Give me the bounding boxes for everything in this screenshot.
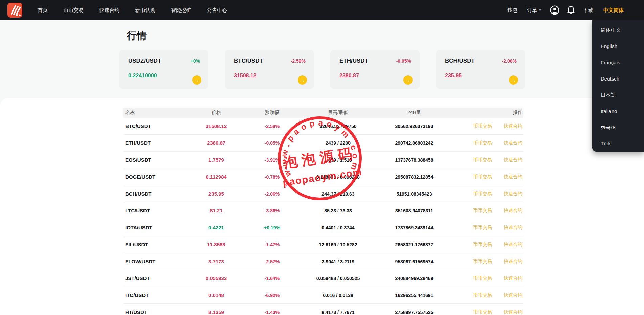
cell-volume: 16296255.441691 <box>374 293 455 298</box>
quick-contract-link[interactable]: 快速合约 <box>504 258 523 264</box>
quick-contract-link[interactable]: 快速合约 <box>504 208 523 213</box>
cell-pair-name: BCH/USDT <box>123 191 191 197</box>
nav-menu-item[interactable]: 智能挖矿 <box>163 0 199 20</box>
spot-trade-link[interactable]: 币币交易 <box>473 258 492 264</box>
cell-actions: 币币交易 快速合约 <box>455 191 523 197</box>
table-row[interactable]: ETH/USDT 2380.87 -0.05% 2439 / 2200 2907… <box>123 135 523 152</box>
notifications-bell-icon[interactable] <box>567 6 575 15</box>
chevron-down-icon[interactable] <box>538 9 542 11</box>
cell-high-low: 0.058488 / 0.050525 <box>303 276 374 281</box>
language-option[interactable]: Deutsch <box>592 71 644 87</box>
cell-volume: 958067.61569574 <box>374 259 455 264</box>
card-arrow-button[interactable]: → <box>192 75 201 85</box>
cell-price: 8.1359 <box>191 309 242 315</box>
spot-trade-link[interactable]: 币币交易 <box>473 275 492 281</box>
quick-contract-link[interactable]: 快速合约 <box>504 123 523 129</box>
cell-change: -2.06% <box>242 191 303 197</box>
quick-contract-link[interactable]: 快速合约 <box>504 225 523 230</box>
cell-change: -3.91% <box>242 157 303 163</box>
quick-contract-link[interactable]: 快速合约 <box>504 309 523 315</box>
cell-price: 235.95 <box>191 191 242 197</box>
cell-actions: 币币交易 快速合约 <box>455 275 523 282</box>
quick-contract-link[interactable]: 快速合约 <box>504 242 523 247</box>
spot-trade-link[interactable]: 币币交易 <box>473 225 492 230</box>
cell-high-low: 32646.55 / 29750 <box>303 123 374 129</box>
column-header: 价格 <box>191 110 242 116</box>
cell-pair-name: DOGE/USDT <box>123 174 191 180</box>
table-row[interactable]: LTC/USDT 81.21 -3.86% 85.23 / 73.33 3516… <box>123 202 523 219</box>
nav-menu-item[interactable]: 新币认购 <box>127 0 163 20</box>
table-row[interactable]: HT/USDT 8.1359 -1.43% 8.4173 / 7.7671 27… <box>123 304 523 315</box>
app-logo[interactable]: LA <box>7 3 22 18</box>
table-row[interactable]: FLOW/USDT 3.7173 -2.57% 3.9041 / 3.2119 … <box>123 253 523 270</box>
spot-trade-link[interactable]: 币币交易 <box>473 157 492 162</box>
language-option[interactable]: English <box>592 38 644 54</box>
language-option[interactable]: 한국어 <box>592 119 644 136</box>
download-link[interactable]: 下载 <box>583 7 593 14</box>
table-row[interactable]: BTC/USDT 31508.12 -2.59% 32646.55 / 2975… <box>123 118 523 135</box>
nav-menu-item[interactable]: 公告中心 <box>199 0 235 20</box>
table-row[interactable]: IOTA/USDT 0.4221 +0.19% 0.4401 / 0.3744 … <box>123 219 523 236</box>
table-row[interactable]: FIL/USDT 11.8588 -1.47% 12.6169 / 10.528… <box>123 236 523 253</box>
card-arrow-button[interactable]: → <box>403 75 413 85</box>
quick-contract-link[interactable]: 快速合约 <box>504 292 523 298</box>
cell-actions: 币币交易 快速合约 <box>455 292 523 298</box>
table-row[interactable]: DOGE/USDT 0.112984 -0.78% 0.118873 / 0.0… <box>123 168 523 185</box>
cell-change: -1.43% <box>242 310 303 315</box>
table-row[interactable]: ITC/USDT 0.0148 -6.92% 0.016 / 0.0138 16… <box>123 287 523 304</box>
column-header: 操作 <box>455 110 523 116</box>
cell-actions: 币币交易 快速合约 <box>455 157 523 163</box>
market-card[interactable]: ETH/USDT -0.05% 2380.87 → <box>330 50 420 89</box>
orders-link[interactable]: 订单 <box>527 7 537 14</box>
market-card[interactable]: BTC/USDT -2.59% 31508.12 → <box>225 50 314 89</box>
spot-trade-link[interactable]: 币币交易 <box>473 191 492 196</box>
language-option[interactable]: Italiano <box>592 103 644 119</box>
card-arrow-button[interactable]: → <box>509 75 518 85</box>
cell-pair-name: FIL/USDT <box>123 242 191 247</box>
table-header-row: 名称价格涨跌幅最高/最低24H量操作 <box>123 108 523 118</box>
quick-contract-link[interactable]: 快速合约 <box>504 174 523 179</box>
wallet-link[interactable]: 钱包 <box>507 7 517 14</box>
account-icon[interactable] <box>550 5 559 15</box>
quick-contract-link[interactable]: 快速合约 <box>504 191 523 196</box>
language-option[interactable]: 简体中文 <box>592 22 644 38</box>
spot-trade-link[interactable]: 币币交易 <box>473 292 492 298</box>
card-change-badge: -0.05% <box>396 58 411 64</box>
quick-contract-link[interactable]: 快速合约 <box>504 140 523 145</box>
language-option[interactable]: Français <box>592 54 644 71</box>
column-header: 最高/最低 <box>303 110 374 116</box>
table-row[interactable]: BCH/USDT 235.95 -2.06% 244.37 / 210.63 5… <box>123 185 523 202</box>
cell-change: +0.19% <box>242 225 303 230</box>
quick-contract-link[interactable]: 快速合约 <box>504 157 523 162</box>
market-card[interactable]: BCH/USDT -2.06% 235.95 → <box>436 50 525 89</box>
card-price: 2380.87 <box>339 73 359 79</box>
cell-high-low: 0.118873 / 0.098218 <box>303 174 374 180</box>
cell-change: -1.47% <box>242 242 303 247</box>
nav-menu-item[interactable]: 快速合约 <box>91 0 127 20</box>
market-card[interactable]: USDZ/USDT +0% 0.22410000 → <box>119 50 208 89</box>
cell-change: -1.64% <box>242 276 303 281</box>
cell-actions: 币币交易 快速合约 <box>455 123 523 129</box>
spot-trade-link[interactable]: 币币交易 <box>473 242 492 247</box>
language-option[interactable]: Türk <box>592 136 644 152</box>
spot-trade-link[interactable]: 币币交易 <box>473 174 492 179</box>
cell-price: 0.112984 <box>191 174 242 180</box>
cell-change: -2.59% <box>242 123 303 129</box>
table-row[interactable]: EOS/USDT 1.7579 -3.91% 1.859 / 1.518 137… <box>123 152 523 168</box>
table-row[interactable]: JST/USDT 0.055933 -1.64% 0.058488 / 0.05… <box>123 270 523 287</box>
spot-trade-link[interactable]: 币币交易 <box>473 123 492 129</box>
cell-pair-name: JST/USDT <box>123 275 191 281</box>
card-arrow-button[interactable]: → <box>298 75 307 85</box>
language-option[interactable]: 日本語 <box>592 87 644 103</box>
cell-change: -2.57% <box>242 259 303 264</box>
spot-trade-link[interactable]: 币币交易 <box>473 140 492 145</box>
spot-trade-link[interactable]: 币币交易 <box>473 309 492 315</box>
cell-high-low: 0.4401 / 0.3744 <box>303 225 374 230</box>
cell-volume: 240884969.28469 <box>374 276 455 281</box>
language-selector[interactable]: 中文简体 <box>603 7 624 14</box>
nav-menu-item[interactable]: 币币交易 <box>55 0 91 20</box>
card-change-badge: +0% <box>191 58 200 64</box>
spot-trade-link[interactable]: 币币交易 <box>473 208 492 213</box>
nav-menu-item[interactable]: 首页 <box>30 0 55 20</box>
quick-contract-link[interactable]: 快速合约 <box>504 275 523 281</box>
